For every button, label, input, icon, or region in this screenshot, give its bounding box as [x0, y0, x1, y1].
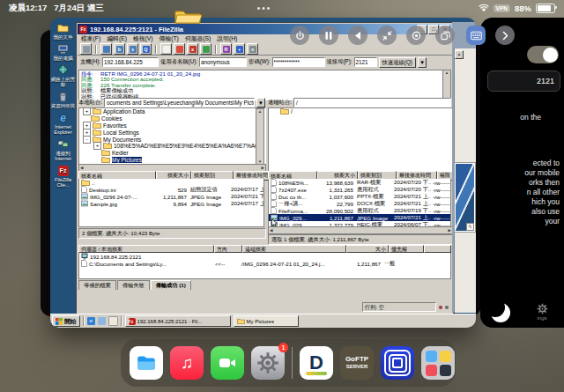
remote-directory-tree[interactable]: / [268, 107, 453, 173]
menu-item-3[interactable]: 傳輸(T) [160, 34, 179, 43]
quickconnect-dropdown[interactable]: ▼ [418, 57, 427, 68]
blue-photo-thumbnail[interactable]: ✎ [455, 163, 475, 232]
remote-file-list[interactable]: 檔案名稱檔案大小檔案類別最後修改時間權限108%E5%...13,988,639… [268, 171, 451, 227]
facetime-app-icon[interactable] [211, 346, 244, 380]
transfer-queue[interactable]: 192.168.84.225:2121C:\Documents and Sett… [78, 253, 451, 279]
tree-item-3[interactable]: +Local Settings [79, 129, 265, 136]
desktop-icon-network-places[interactable]: 網路上的芳鄰 [50, 63, 76, 87]
blue-squares-app-icon[interactable] [381, 346, 414, 380]
username-input[interactable]: anonymous [199, 57, 247, 67]
music-app-icon[interactable]: ♫ [170, 346, 204, 380]
tree-expander[interactable]: - [83, 136, 91, 144]
task-label: 192.168.84.225:2121 - Fil... [137, 319, 202, 324]
queue-row-0[interactable]: 192.168.84.225:2121 [79, 253, 450, 261]
layout-icon[interactable]: ≡ [247, 43, 258, 55]
toggle-transfer-queue-icon[interactable]: Q [140, 43, 152, 55]
refresh-icon[interactable] [160, 43, 172, 55]
side-port-field[interactable]: 2121 [487, 70, 560, 92]
nested-square [392, 358, 403, 368]
queue-column-2[interactable]: 遠端檔案 [242, 245, 346, 253]
toggle-message-log-icon[interactable] [100, 43, 112, 55]
menu-item-4[interactable]: 伺服器(S) [185, 34, 211, 43]
remote-list-hscroll[interactable]: ◀▶ [268, 226, 453, 234]
file-row-3[interactable]: Sample.jpg9,894JPEG Image2024/07/17 上午 1… [79, 200, 263, 207]
process-queue-icon[interactable] [174, 43, 185, 55]
desktop-icon-internet-explorer[interactable]: eInternet Explorer [50, 111, 76, 135]
task-button-filezilla[interactable]: Fz 192.168.84.225:2121 - Fil... [125, 315, 231, 327]
port-input[interactable]: 2121 [354, 57, 377, 67]
remote-path-input[interactable]: / [293, 98, 451, 107]
tree-item-0[interactable]: +Application Data [79, 108, 265, 115]
tree-label: Kedier [112, 150, 129, 156]
menu-item-5[interactable]: 說明(H) [217, 34, 237, 43]
desktop-icon-connect-internet[interactable]: 連線到 Internet [50, 137, 76, 161]
record-button[interactable] [406, 26, 426, 45]
queue-column-0[interactable]: 伺服器 / 本地檔案 [78, 245, 214, 253]
tree-expander[interactable]: + [83, 107, 91, 115]
ftp-toggle-switch[interactable] [527, 46, 559, 63]
host-input[interactable]: 192.168.84.225 [102, 57, 159, 67]
queue-local: C:\Documents and Settings\Ly... [79, 260, 213, 268]
task-button-my-pictures[interactable]: My Pictures [234, 315, 299, 327]
quicklaunch-show-desktop-icon[interactable] [108, 316, 118, 326]
site-manager-icon[interactable] [80, 43, 92, 55]
cancel-operation-icon[interactable]: x [187, 43, 198, 55]
tab-2[interactable]: 傳輸成功 (1) [151, 280, 191, 290]
queue-column-3[interactable]: 大小 [346, 245, 389, 253]
tree-item-1[interactable]: Cookies [79, 115, 265, 122]
tree-expander[interactable]: + [93, 142, 101, 150]
menu-item-2[interactable]: 檢視(V) [133, 34, 153, 43]
toggle-local-tree-icon[interactable]: b [114, 43, 125, 55]
filter-icon[interactable]: R [220, 43, 232, 55]
queue-column-4[interactable]: 優先權 [389, 245, 424, 253]
add-to-queue-icon[interactable]: + [234, 43, 245, 55]
tree-item-2[interactable]: +Favorites [79, 122, 265, 129]
power-button[interactable] [290, 26, 309, 45]
password-input[interactable]: ************ [272, 57, 325, 67]
app-library-icon[interactable] [421, 346, 455, 380]
menu-item-1[interactable]: 編輯(E) [107, 34, 127, 43]
app-switcher-button[interactable] [435, 26, 455, 45]
queue-tabs: 等候的檔案傳輸失敗傳輸成功 (1) [78, 280, 191, 290]
tree-item-0[interactable]: / [269, 108, 452, 115]
start-button[interactable]: 開始 [52, 315, 80, 327]
d-app-icon[interactable]: D [300, 346, 333, 380]
menu-item-0[interactable]: 檔案(F) [81, 34, 100, 43]
quicklaunch-icon-2[interactable] [98, 317, 106, 325]
tab-1[interactable]: 傳輸失敗 [117, 280, 150, 290]
toggle-remote-tree-icon[interactable]: s [127, 43, 138, 55]
quickconnect-button[interactable]: 快速連線(Q) [379, 57, 416, 68]
files-app-icon[interactable] [130, 346, 163, 380]
goftp-server-app-icon[interactable]: GoFTPSERVER [340, 346, 374, 380]
settings-tab[interactable]: ings [524, 303, 560, 321]
local-tree-vscroll[interactable]: ▲▼ [256, 108, 264, 165]
tab-0[interactable]: 等候的檔案 [78, 280, 116, 290]
local-path-dropdown[interactable]: ▼ [256, 98, 265, 107]
local-directory-tree[interactable]: +Application DataCookies+Favorites+Local… [78, 107, 266, 173]
tree-item-7[interactable]: My Pictures [79, 157, 265, 164]
quicklaunch-ie-icon[interactable]: e [87, 317, 95, 325]
pause-button[interactable] [319, 26, 338, 45]
explorer-scroll-up[interactable]: ▲ [455, 50, 464, 59]
desktop-icon-my-documents[interactable]: 我的文件 [50, 21, 76, 40]
keyboard-button[interactable] [466, 26, 486, 45]
back-button[interactable] [348, 26, 367, 45]
local-file-list[interactable]: 檔案名稱檔案大小檔案類別最後修改時間..Desktop.ini529組態設定值2… [78, 171, 264, 227]
disconnect-icon[interactable] [200, 43, 212, 55]
tree-label: / [291, 108, 293, 115]
message-log[interactable]: 指令:RETR IMG_0296 24-07-21 01_20_24.jpg回應… [78, 70, 449, 100]
next-button[interactable] [495, 26, 515, 45]
queue-column-1[interactable]: 方向 [214, 245, 242, 253]
side-app-card[interactable]: 2121 on the ected toour mobileorks thenn… [480, 18, 564, 328]
tree-label: Local Settings [103, 129, 139, 136]
local-path-input[interactable]: ocuments and Settings\Lyeuechang\My Docu… [104, 98, 255, 107]
desktop-icon-filezilla-client[interactable]: FzFileZilla Clie... [50, 164, 76, 188]
desktop-icon-recycle-bin[interactable]: 資源回收筒 [50, 90, 76, 108]
toolbar-separator [215, 45, 217, 54]
queue-row-1[interactable]: C:\Documents and Settings\Ly...<<--/IMG_… [79, 261, 450, 269]
collapse-button[interactable] [377, 26, 397, 45]
settings-app-icon[interactable]: 1 [251, 346, 285, 380]
notification-badge[interactable]: 1 [278, 343, 288, 352]
log-scrollbar[interactable]: ▲ [442, 70, 451, 99]
desktop-icon-my-computer[interactable]: 我的電腦 [50, 42, 76, 61]
